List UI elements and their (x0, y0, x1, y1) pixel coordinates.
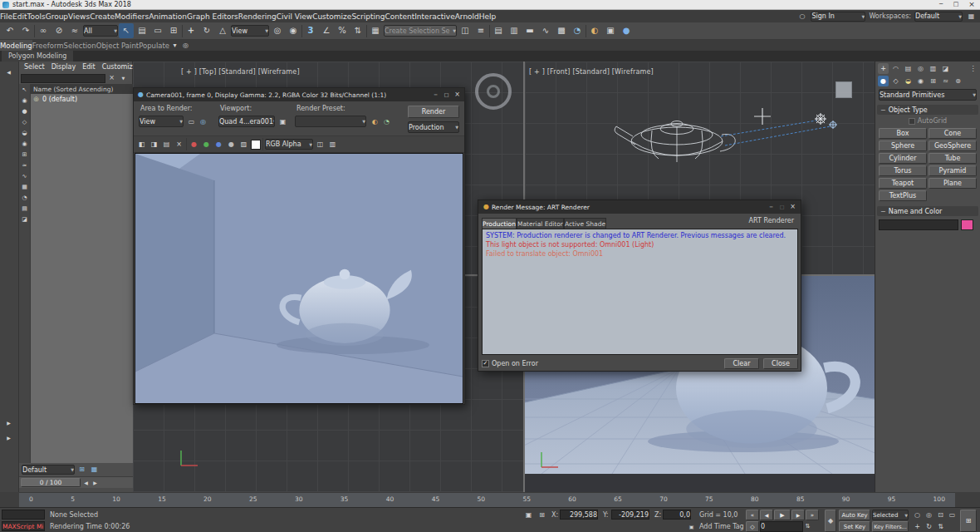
geometry-category-icon[interactable]: ● (878, 76, 889, 86)
go-to-start-button[interactable]: « (746, 510, 759, 520)
render-setup-icon[interactable]: ◐ (587, 23, 602, 38)
orbit-camera-icon[interactable]: ↻ (924, 521, 934, 532)
menu-animation[interactable]: Animation (149, 12, 187, 21)
menu-civil-view[interactable]: Civil View (277, 12, 312, 21)
maxscript-mini-listener[interactable]: MAXScript Mi (2, 521, 45, 531)
dialog-close-button[interactable]: × (787, 202, 798, 213)
schematic-view-icon[interactable]: ▩ (554, 23, 569, 38)
rfw-close-button[interactable]: × (452, 90, 463, 101)
selection-filter-dropdown[interactable]: All ▼ (83, 25, 118, 37)
menu-file[interactable]: File (0, 12, 12, 21)
edit-named-selection-sets-icon[interactable]: ▦ (368, 23, 383, 38)
rfw-alpha-channel-icon[interactable]: ▨ (238, 139, 249, 150)
set-key-button[interactable]: Set Key (839, 521, 870, 532)
rfw-blue-channel-icon[interactable]: ● (213, 139, 224, 150)
primitive-button-cylinder[interactable]: Cylinder (879, 153, 927, 164)
explorer-helpers-filter-icon[interactable]: ⊞ (20, 150, 29, 160)
menu-rendering[interactable]: Rendering (238, 12, 277, 21)
tab-active-shade[interactable]: Active Shade (564, 218, 606, 229)
menu-scripting[interactable]: Scripting (351, 12, 385, 21)
viewport-layout-tab-b-icon[interactable]: ▶ (3, 432, 14, 443)
rfw-rendered-image[interactable] (135, 153, 463, 404)
track-bar[interactable]: 0 5 10 15 20 25 30 35 40 45 50 55 60 65 … (19, 492, 955, 507)
ribbon-tab-freeform[interactable]: Freeform (32, 40, 64, 51)
select-and-link-icon[interactable]: ∞ (36, 23, 51, 38)
utilities-tab-icon[interactable]: ◪ (940, 63, 951, 74)
menu-modifiers[interactable]: Modifiers (115, 12, 149, 21)
rfw-render-setup-icon[interactable]: ◐ (370, 116, 380, 127)
primitive-button-tube[interactable]: Tube (929, 153, 977, 164)
explorer-settings-filter-icon[interactable]: ◪ (20, 215, 29, 224)
primitive-button-geosphere[interactable]: GeoSphere (929, 140, 977, 151)
open-on-error-checkbox[interactable]: ✓ (482, 360, 489, 367)
ribbon-toggle-icon[interactable]: ▬ (522, 23, 537, 38)
key-filters-button[interactable]: Key Filters... (872, 521, 909, 532)
rfw-layers-icon[interactable]: ◫ (315, 139, 326, 150)
rfw-channel-dropdown[interactable]: RGB Alpha ▼ (265, 139, 313, 150)
search-clear-icon[interactable]: × (106, 73, 117, 84)
window-minimize-button[interactable]: ─ (933, 0, 948, 10)
reference-coordinate-dropdown[interactable]: View ▼ (231, 25, 269, 37)
select-by-name-icon[interactable]: ▤ (135, 23, 149, 38)
search-options-icon[interactable]: ▼ (118, 73, 129, 84)
primitive-button-cone[interactable]: Cone (929, 128, 977, 139)
menu-views[interactable]: Views (68, 12, 90, 21)
select-and-scale-icon[interactable]: △ (215, 23, 230, 38)
rfw-environment-icon[interactable]: ◔ (381, 116, 392, 127)
rfw-mono-channel-icon[interactable]: ● (226, 139, 237, 150)
close-button[interactable]: Close (763, 358, 798, 369)
tab-material-editor[interactable]: Material Editor (517, 218, 564, 229)
viewport-layout-tab-a-icon[interactable]: ▶ (3, 417, 14, 428)
primitive-button-torus[interactable]: Torus (879, 165, 927, 176)
window-maximize-button[interactable]: □ (948, 0, 963, 10)
rfw-area-dropdown[interactable]: View ▼ (139, 116, 184, 127)
render-production-icon[interactable]: ● (619, 23, 634, 38)
explorer-spacewarps-filter-icon[interactable]: ≈ (20, 161, 29, 170)
explorer-geometry-filter-icon[interactable]: ● (20, 107, 29, 116)
motion-tab-icon[interactable]: ◎ (915, 63, 926, 74)
create-tab-icon[interactable]: + (878, 63, 889, 74)
align-icon[interactable]: ≡ (473, 23, 488, 38)
current-frame-field[interactable]: 0 (760, 521, 803, 532)
rfw-clone-icon[interactable]: ◨ (149, 139, 159, 150)
lights-category-icon[interactable]: ◒ (903, 76, 914, 86)
zoom-all-icon[interactable]: ◎ (924, 510, 934, 520)
rfw-maximize-button[interactable]: □ (441, 90, 452, 101)
auto-key-button[interactable]: Auto Key (839, 510, 870, 520)
workspace-settings-icon[interactable]: ▦ (966, 11, 977, 22)
rfw-render-button[interactable]: Render (408, 106, 459, 118)
spinner-snap-icon[interactable]: ⇅ (350, 23, 365, 38)
play-button[interactable]: ▶ (774, 510, 791, 520)
omni-light-target-icon[interactable] (829, 121, 837, 129)
autogrid-checkbox[interactable] (909, 118, 915, 125)
x-coordinate-field[interactable]: 299,588 (560, 510, 598, 520)
object-color-swatch[interactable] (961, 219, 973, 230)
primitive-button-teapot[interactable]: Teapot (879, 178, 927, 189)
time-slider-next-icon[interactable]: ▶ (91, 477, 99, 488)
primitive-button-sphere[interactable]: Sphere (879, 140, 927, 151)
menu-content[interactable]: Content (385, 12, 414, 21)
toggle-scene-explorer-icon[interactable]: ▤ (491, 23, 506, 38)
z-coordinate-field[interactable]: 0,0 (663, 510, 691, 520)
ribbon-tab-populate[interactable]: Populate (139, 40, 169, 51)
time-slider-thumb[interactable]: 0 / 100 (21, 478, 81, 487)
selection-region-icon[interactable]: ▭ (150, 23, 165, 38)
layer-visibility-icon[interactable]: ◎ (32, 96, 40, 103)
select-and-move-icon[interactable]: + (184, 23, 198, 38)
menu-interactive[interactable]: Interactive (414, 12, 454, 21)
primitive-button-pyramid[interactable]: Pyramid (929, 165, 977, 176)
key-mode-toggle-button[interactable]: ◇ (746, 521, 759, 532)
explorer-containers-filter-icon[interactable]: ▦ (20, 183, 29, 192)
menu-tools[interactable]: Tools (27, 12, 46, 21)
viewport-top-right-label[interactable]: [ + ] [Front] [Standard] [Wireframe] (529, 68, 654, 76)
select-and-rotate-icon[interactable]: ↻ (199, 23, 214, 38)
cameras-category-icon[interactable]: ◉ (915, 76, 926, 86)
steering-wheel-compass[interactable] (475, 73, 512, 110)
rendered-frame-window-icon[interactable]: ▣ (603, 23, 618, 38)
hierarchy-tab-icon[interactable]: ▤ (903, 63, 914, 74)
explorer-groups-filter-icon[interactable]: ▤ (20, 204, 29, 214)
explorer-search-input[interactable] (21, 74, 105, 83)
explorer-cameras-filter-icon[interactable]: ◉ (20, 140, 29, 149)
sign-in-dropdown[interactable]: Sign In ▼ (811, 12, 865, 22)
menu-edit[interactable]: Edit (12, 12, 27, 21)
